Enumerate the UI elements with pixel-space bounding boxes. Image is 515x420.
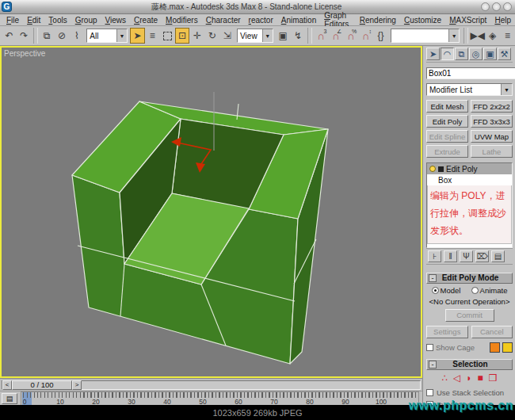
edit-mesh-button[interactable]: Edit Mesh: [426, 100, 468, 113]
menu-maxscript[interactable]: MAXScript: [445, 16, 490, 25]
named-selection-sets-icon[interactable]: {}: [373, 28, 388, 44]
edit-spline-button[interactable]: Edit Spline: [426, 130, 468, 143]
use-pivot-point-icon[interactable]: ▣: [276, 28, 291, 44]
menu-modifiers[interactable]: Modifiers: [162, 16, 202, 25]
make-unique-icon[interactable]: Ψ: [460, 250, 473, 262]
radio-animate[interactable]: Animate: [471, 286, 508, 295]
percent-snap-icon[interactable]: ∩%: [343, 28, 358, 44]
next-frame-button[interactable]: >: [72, 380, 82, 390]
unlink-selection-icon[interactable]: ⊘: [55, 28, 70, 44]
bind-to-space-warp-icon[interactable]: ⌇: [69, 28, 84, 44]
rollout-title: Edit Poly Mode: [438, 273, 512, 282]
rectangular-selection-region-icon[interactable]: [160, 28, 175, 44]
tab-hierarchy[interactable]: ⧉: [455, 48, 468, 60]
cage-color-swatch[interactable]: [490, 342, 500, 353]
menu-character[interactable]: Character: [202, 16, 245, 25]
edit-poly-button[interactable]: Edit Poly: [426, 115, 468, 128]
extrude-button[interactable]: Extrude: [426, 145, 468, 158]
element-subobject-icon[interactable]: ❒: [489, 372, 498, 384]
angle-snap-icon[interactable]: ∩∠: [328, 28, 343, 44]
snap-toggle-icon[interactable]: ∩3: [314, 28, 329, 44]
tab-display[interactable]: ▣: [483, 48, 497, 60]
named-selection-dropdown[interactable]: ▼: [391, 29, 460, 43]
time-slider-track[interactable]: < 0 / 100 >: [2, 380, 421, 390]
vertex-subobject-icon[interactable]: ∴: [441, 372, 448, 384]
mini-curve-editor-icon[interactable]: ▤: [2, 393, 17, 404]
menu-tools[interactable]: Tools: [44, 16, 71, 25]
select-object-icon[interactable]: ➤: [130, 28, 145, 44]
menu-customize[interactable]: Customize: [400, 16, 445, 25]
rollout-selection[interactable]: - Selection: [426, 359, 513, 370]
chevron-down-icon[interactable]: ▼: [116, 29, 127, 42]
ffd-2x2x2-button[interactable]: FFD 2x2x2: [471, 100, 513, 113]
time-slider-handle[interactable]: 0 / 100: [12, 380, 72, 390]
mirror-icon[interactable]: ▶◀: [470, 28, 485, 44]
remove-modifier-icon[interactable]: ⌦: [475, 250, 489, 262]
menu-animation[interactable]: Animation: [277, 16, 320, 25]
redo-icon[interactable]: ↷: [17, 28, 32, 44]
select-and-scale-icon[interactable]: ⇲: [219, 28, 235, 44]
stack-item-box[interactable]: Box: [427, 174, 512, 185]
reference-coordinate-dropdown[interactable]: View▼: [237, 29, 273, 43]
chevron-down-icon[interactable]: ▼: [262, 29, 273, 42]
chevron-down-icon[interactable]: ▼: [501, 84, 512, 95]
pin-stack-icon[interactable]: ⊦: [428, 250, 441, 262]
menu-create[interactable]: Create: [130, 16, 162, 25]
tab-modify[interactable]: ◠: [441, 48, 454, 60]
modifier-list-dropdown[interactable]: Modifier List ▼: [426, 83, 513, 96]
menu-file[interactable]: File: [2, 16, 23, 25]
object-name-input[interactable]: [426, 67, 515, 79]
tab-motion[interactable]: ◎: [469, 48, 483, 60]
menu-views[interactable]: Views: [101, 16, 131, 25]
configure-modifier-sets-icon[interactable]: ▤: [491, 250, 505, 262]
viewport-label[interactable]: Perspective: [4, 49, 45, 58]
collapse-icon[interactable]: -: [429, 274, 437, 282]
cage-selected-color-swatch[interactable]: [502, 342, 513, 353]
lathe-button[interactable]: Lathe: [471, 145, 513, 158]
stack-item-edit-poly[interactable]: Edit Poly: [427, 163, 512, 174]
menu-edit[interactable]: Edit: [23, 16, 44, 25]
menu-reactor[interactable]: reactor: [245, 16, 277, 25]
select-and-move-icon[interactable]: ✛: [189, 28, 204, 44]
tab-utilities[interactable]: ⚒: [498, 48, 511, 60]
layers-icon[interactable]: ≡: [500, 28, 515, 44]
chevron-down-icon[interactable]: ▼: [448, 29, 459, 42]
cancel-button[interactable]: Cancel: [471, 326, 513, 338]
commit-button[interactable]: Commit: [445, 309, 494, 322]
track-bar-ruler[interactable]: 0102030405060708090100: [21, 391, 419, 406]
border-subobject-icon[interactable]: ◗: [466, 372, 471, 384]
perspective-viewport[interactable]: Perspective: [0, 46, 422, 378]
previous-frame-button[interactable]: <: [2, 380, 12, 390]
spinner-snap-icon[interactable]: ∩↕: [358, 28, 373, 44]
lightbulb-icon[interactable]: [429, 166, 436, 172]
command-panel-tabs: ➤◠⧉◎▣⚒: [426, 48, 513, 63]
radio-on-icon: [432, 287, 439, 294]
maximize-button[interactable]: [492, 2, 501, 11]
select-and-link-icon[interactable]: ⧉: [40, 28, 55, 44]
show-end-result-icon[interactable]: ‖: [444, 250, 457, 262]
align-icon[interactable]: ◈: [485, 28, 500, 44]
radio-model[interactable]: Model: [432, 286, 461, 295]
undo-icon[interactable]: ↶: [2, 28, 17, 44]
show-cage-checkbox[interactable]: [426, 344, 433, 351]
menu-group[interactable]: Group: [71, 16, 101, 25]
uvw-map-button[interactable]: UVW Map: [471, 130, 513, 143]
minimize-button[interactable]: [481, 2, 490, 11]
tab-create[interactable]: ➤: [426, 48, 440, 60]
annotation-note: 编辑为 POLY，进行拉伸，调整成沙发形状。: [427, 185, 512, 244]
ffd-3x3x3-button[interactable]: FFD 3x3x3: [471, 115, 513, 128]
close-button[interactable]: [503, 2, 512, 11]
select-and-rotate-icon[interactable]: ↻: [204, 28, 219, 44]
rollout-edit-poly-mode[interactable]: - Edit Poly Mode: [426, 273, 513, 284]
edge-subobject-icon[interactable]: ◁: [453, 372, 460, 384]
selection-filter-dropdown[interactable]: All▼: [86, 29, 128, 43]
settings-button[interactable]: Settings: [426, 326, 468, 338]
polygon-subobject-icon[interactable]: ■: [478, 372, 483, 384]
window-crossing-icon[interactable]: ⊡: [175, 28, 190, 44]
menu-rendering[interactable]: Rendering: [356, 16, 400, 25]
select-by-name-icon[interactable]: ≡: [145, 28, 160, 44]
collapse-icon[interactable]: -: [429, 361, 437, 368]
use-stack-selection-checkbox[interactable]: [426, 389, 433, 396]
menu-help[interactable]: Help: [490, 16, 515, 25]
select-and-manipulate-icon[interactable]: ↯: [291, 28, 306, 44]
